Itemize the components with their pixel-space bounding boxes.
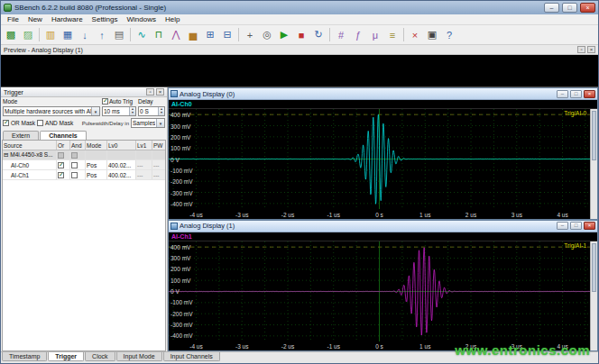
trigger-mode-select[interactable]: Multiple hardware sources with AND/OR ▾ (3, 106, 100, 116)
menu-settings[interactable]: Settings (88, 14, 123, 24)
pulsewidth-unit-select[interactable]: Samples ▾ (131, 118, 165, 128)
menu-hardware[interactable]: Hardware (47, 14, 88, 24)
tab-extern[interactable]: Extern (3, 131, 39, 140)
demo-hardware-icon[interactable]: ▨ (20, 27, 36, 43)
and-checkbox[interactable] (71, 172, 78, 178)
display-minimize-button[interactable]: – (557, 90, 568, 98)
and-mask-checkbox[interactable] (37, 120, 43, 126)
app-icon (4, 4, 12, 12)
bottom-tab-clock[interactable]: Clock (85, 352, 115, 361)
display-maximize-button[interactable]: □ (570, 222, 582, 230)
table-row[interactable]: ⊟ M4i.4450-x8 S... (3, 150, 165, 160)
tab-channels[interactable]: Channels (40, 131, 87, 140)
cell-mode[interactable]: Pos (86, 160, 107, 169)
print-icon[interactable]: ▤ (111, 27, 127, 43)
plot-area-1[interactable]: 400 mV300 mV200 mV100 mV0 V-100 mV-200 m… (169, 241, 590, 351)
trigger-panel: Trigger ▫ × Mode Auto Trig Delay Multipl… (1, 87, 168, 351)
display-close-button[interactable]: × (584, 222, 595, 230)
column-header-pw[interactable]: PW (152, 141, 166, 150)
new-analog-display-icon[interactable]: ∿ (134, 27, 150, 43)
minimize-button[interactable]: – (544, 3, 559, 13)
plot-area-0[interactable]: 400 mV300 mV200 mV100 mV0 V-100 mV-200 m… (169, 109, 590, 219)
spinner-arrows-icon[interactable]: ▴▾ (158, 107, 164, 115)
delete-display-icon[interactable]: × (407, 27, 423, 43)
cell-lv0[interactable]: 400.02... (107, 170, 136, 179)
delay-input[interactable]: 0 S ▴▾ (138, 106, 165, 116)
cell-mode[interactable] (86, 150, 107, 159)
column-header-and[interactable]: And (70, 141, 86, 150)
hardware-card-icon[interactable]: ▩ (3, 27, 19, 43)
cursor-icon[interactable]: + (242, 27, 258, 43)
titlebar[interactable]: SBench 6.2.2 build 8080 (Professional - … (1, 1, 598, 14)
auto-trig-checkbox[interactable] (102, 98, 108, 105)
or-checkbox[interactable] (58, 162, 64, 168)
import-icon[interactable]: ↓ (77, 27, 93, 43)
notes-icon[interactable]: ≡ (384, 27, 401, 43)
average-icon[interactable]: μ (367, 27, 383, 43)
export-icon[interactable]: ↑ (94, 27, 110, 43)
and-checkbox[interactable] (71, 162, 78, 168)
panel-pin-icon[interactable]: ▫ (146, 88, 154, 96)
display-minimize-button[interactable]: – (557, 222, 568, 230)
trigger-marker-label[interactable]: Trig/AI-1 (564, 242, 586, 249)
display-titlebar[interactable]: Analog Display (1) – □ × (169, 221, 597, 232)
function-icon[interactable]: ƒ (350, 27, 366, 43)
new-spectrum-display-icon[interactable]: ⋀ (168, 27, 184, 43)
display-vertical-scrollbar[interactable] (590, 109, 597, 219)
preview-close-icon[interactable]: × (587, 46, 595, 53)
scrollbar-thumb[interactable] (592, 111, 596, 160)
help-icon[interactable]: ? (441, 27, 457, 43)
display-maximize-button[interactable]: □ (570, 90, 582, 98)
run-acquisition-icon[interactable]: ▶ (276, 27, 292, 43)
chevron-down-icon[interactable]: ▾ (91, 107, 99, 115)
close-button[interactable]: × (580, 3, 595, 13)
table-row[interactable]: AI-Ch1Pos400.02...------ (3, 170, 165, 180)
display-titlebar[interactable]: Analog Display (0) – □ × (169, 88, 597, 100)
cell-mode[interactable]: Pos (86, 170, 107, 179)
trigger-marker-label[interactable]: Trig/AI-0 (564, 110, 586, 116)
column-header-or[interactable]: Or (57, 141, 70, 150)
table-row[interactable]: AI-Ch0Pos400.02...------ (3, 160, 165, 170)
calculator-icon[interactable]: # (333, 27, 349, 43)
scrollbar-thumb[interactable] (592, 243, 596, 293)
open-file-icon[interactable]: ▥ (42, 27, 59, 43)
block-icon[interactable]: ▣ (424, 27, 440, 43)
spinner-arrows-icon[interactable]: ▴▾ (129, 107, 135, 115)
auto-trig-time-input[interactable]: 10 ms ▴▾ (102, 106, 136, 116)
channel-label-0[interactable]: AI-Ch0 (171, 101, 192, 107)
menu-help[interactable]: Help (161, 14, 184, 24)
cell-lv0[interactable] (107, 150, 136, 159)
or-checkbox[interactable] (58, 172, 64, 178)
tile-displays-icon[interactable]: ⊞ (202, 27, 218, 43)
stop-acquisition-icon[interactable]: ■ (293, 27, 309, 43)
column-header-lv1[interactable]: Lv1 (136, 141, 152, 150)
zoom-icon[interactable]: ◎ (259, 27, 275, 43)
display-close-button[interactable]: × (584, 90, 595, 98)
cascade-displays-icon[interactable]: ⊟ (219, 27, 235, 43)
preview-float-icon[interactable]: ▫ (577, 46, 585, 53)
menu-file[interactable]: File (3, 14, 23, 24)
trigger-panel-header[interactable]: Trigger ▫ × (1, 87, 167, 97)
chevron-down-icon[interactable]: ▾ (156, 119, 164, 127)
menu-new[interactable]: New (23, 14, 47, 24)
column-header-mode[interactable]: Mode (86, 141, 107, 150)
or-mask-checkbox[interactable] (3, 120, 9, 126)
save-icon[interactable]: ▦ (60, 27, 76, 43)
bottom-tab-input-channels[interactable]: Input Channels (163, 352, 220, 361)
new-digital-display-icon[interactable]: ⊓ (151, 27, 167, 43)
loop-icon[interactable]: ↻ (310, 27, 327, 43)
bottom-tab-trigger[interactable]: Trigger (48, 352, 84, 361)
channel-label-1[interactable]: AI-Ch1 (171, 233, 192, 240)
column-header-source[interactable]: Source (3, 141, 57, 150)
panel-close-icon[interactable]: × (156, 88, 164, 96)
maximize-button[interactable]: □ (562, 3, 577, 13)
menu-windows[interactable]: Windows (123, 14, 161, 24)
new-histogram-display-icon[interactable]: ▅ (185, 27, 201, 43)
bottom-tab-input-mode[interactable]: Input Mode (116, 352, 162, 361)
bottom-tab-timestamp[interactable]: Timestamp (2, 352, 47, 361)
preview-pane-header[interactable]: Preview - Analog Display (1) ▫ × (1, 45, 598, 55)
preview-canvas[interactable] (1, 55, 598, 87)
cell-lv0[interactable]: 400.02... (107, 160, 136, 169)
column-header-lv0[interactable]: Lv0 (107, 141, 136, 150)
display-vertical-scrollbar[interactable] (590, 241, 597, 351)
